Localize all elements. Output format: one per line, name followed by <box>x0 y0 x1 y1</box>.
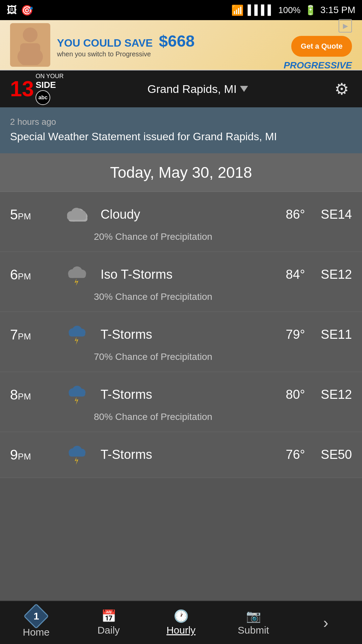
temperature: 84° <box>268 267 305 282</box>
weather-icon-storm-light <box>60 261 94 288</box>
submit-icon: 📷 <box>246 609 261 623</box>
svg-rect-2 <box>20 43 40 60</box>
nav-submit-label: Submit <box>238 625 269 636</box>
channel-logo: 13 ON YOUR SIDE abc <box>10 73 64 105</box>
wind-info: SE50 <box>312 447 352 462</box>
weather-icon-cloudy <box>60 201 94 228</box>
ad-brand: PROGRESSIVE <box>284 60 352 71</box>
channel-on-your: ON YOUR <box>36 73 64 80</box>
settings-button[interactable]: ⚙ <box>332 79 352 99</box>
home-badge-number: 1 <box>34 610 39 622</box>
hour-label: 5PM <box>10 207 54 223</box>
wifi-icon: 📶 <box>231 4 244 16</box>
status-bar: 🖼 🎯 📶 ▌▌▌▌ 100% 🔋 3:15 PM <box>0 0 362 20</box>
weather-icon-storm-heavy <box>60 321 94 348</box>
svg-marker-20 <box>75 337 78 345</box>
hourly-list: 5PM Cloudy 86° SE14 20% Chance of Precip… <box>0 192 362 478</box>
ads-icon: ▶ <box>339 19 352 33</box>
nav-home[interactable]: 1 Home <box>0 607 72 638</box>
clock: 3:15 PM <box>320 5 355 15</box>
ad-person-image <box>10 23 50 67</box>
nav-daily[interactable]: 📅 Daily <box>72 609 145 636</box>
battery-icon: 🔋 <box>305 5 316 16</box>
channel-side-text: ON YOUR SIDE abc <box>36 73 64 105</box>
ad-subtext: when you switch to Progressive <box>57 50 277 58</box>
nav-chevron[interactable]: › <box>290 613 362 632</box>
app-header: 13 ON YOUR SIDE abc Grand Rapids, MI ⚙ <box>0 70 362 107</box>
temperature: 80° <box>268 387 305 402</box>
daily-icon: 📅 <box>101 609 116 623</box>
current-date: Today, May 30, 2018 <box>110 164 252 181</box>
precipitation-chance: 70% Chance of Precipitation <box>94 352 352 362</box>
chevron-right-icon: › <box>323 613 328 632</box>
alert-banner[interactable]: 2 hours ago Special Weather Statement is… <box>0 107 362 153</box>
svg-rect-29 <box>69 452 85 457</box>
status-left-icons: 🖼 🎯 <box>7 4 33 16</box>
hour-label: 8PM <box>10 387 54 403</box>
home-badge: 1 <box>23 603 49 629</box>
temperature: 79° <box>268 327 305 342</box>
ad-text-area: YOU COULD SAVE $668 when you switch to P… <box>50 32 284 58</box>
channel-side: SIDE <box>36 80 56 90</box>
channel-number: 13 <box>10 78 34 100</box>
condition-text: Iso T-Storms <box>101 267 261 282</box>
wind-info: SE14 <box>312 207 352 222</box>
location-text: Grand Rapids, MI <box>147 83 237 96</box>
condition-text: Cloudy <box>101 207 261 222</box>
precipitation-chance: 30% Chance of Precipitation <box>94 291 352 302</box>
date-header: Today, May 30, 2018 <box>0 153 362 192</box>
battery-percent: 100% <box>278 5 301 15</box>
ad-banner[interactable]: YOU COULD SAVE $668 when you switch to P… <box>0 20 362 70</box>
location-dropdown-arrow <box>240 86 248 92</box>
nav-hourly-label: Hourly <box>167 625 196 636</box>
nav-submit[interactable]: 📷 Submit <box>217 609 290 636</box>
svg-marker-25 <box>75 397 78 405</box>
temperature: 76° <box>268 447 305 462</box>
svg-marker-15 <box>75 279 78 285</box>
signal-icon: ▌▌▌▌ <box>248 5 274 15</box>
svg-rect-24 <box>69 392 85 396</box>
location-area[interactable]: Grand Rapids, MI <box>147 83 248 96</box>
condition-text: T-Storms <box>101 387 261 402</box>
target-icon: 🎯 <box>21 4 33 16</box>
weather-icon-storm-heavy <box>60 381 94 408</box>
hourly-item[interactable]: 6PM Iso T-Storms 84° SE12 30% Chance of … <box>0 252 362 312</box>
ad-right: ▶ Get a Quote PROGRESSIVE <box>284 19 352 71</box>
ad-quote-button[interactable]: Get a Quote <box>291 36 352 57</box>
svg-rect-14 <box>68 273 86 278</box>
bottom-nav: 1 Home 📅 Daily 🕐 Hourly 📷 Submit › <box>0 600 362 644</box>
ad-save-text: YOU COULD SAVE $668 <box>57 32 277 50</box>
nav-hourly[interactable]: 🕐 Hourly <box>145 609 217 636</box>
svg-point-0 <box>23 28 38 42</box>
hourly-item[interactable]: 8PM T-Storms 80° SE12 80% Chance of Prec… <box>0 372 362 432</box>
status-right-icons: 📶 ▌▌▌▌ 100% 🔋 3:15 PM <box>231 4 355 16</box>
nav-daily-label: Daily <box>98 625 120 636</box>
precipitation-chance: 20% Chance of Precipitation <box>94 231 352 242</box>
abc-logo: abc <box>36 90 50 105</box>
hour-label: 9PM <box>10 447 54 463</box>
condition-text: T-Storms <box>101 327 261 342</box>
precipitation-chance: 80% Chance of Precipitation <box>94 412 352 422</box>
svg-rect-19 <box>69 332 85 336</box>
hourly-item[interactable]: 7PM T-Storms 79° SE11 70% Chance of Prec… <box>0 312 362 372</box>
hourly-item[interactable]: 5PM Cloudy 86° SE14 20% Chance of Precip… <box>0 192 362 252</box>
condition-text: T-Storms <box>101 447 261 462</box>
photo-icon: 🖼 <box>7 4 17 16</box>
wind-info: SE12 <box>312 387 352 402</box>
weather-icon-storm-heavy <box>60 441 94 468</box>
svg-marker-30 <box>75 457 78 465</box>
alert-message: Special Weather Statement issued for Gra… <box>10 130 352 144</box>
temperature: 86° <box>268 207 305 222</box>
hourly-item[interactable]: 9PM T-Storms 76° SE50 <box>0 432 362 478</box>
gear-icon: ⚙ <box>335 79 349 98</box>
hour-label: 6PM <box>10 267 54 283</box>
svg-rect-10 <box>67 215 86 220</box>
hour-label: 7PM <box>10 327 54 343</box>
alert-time: 2 hours ago <box>10 117 352 127</box>
hourly-icon: 🕐 <box>174 609 189 623</box>
wind-info: SE11 <box>312 327 352 342</box>
wind-info: SE12 <box>312 267 352 282</box>
